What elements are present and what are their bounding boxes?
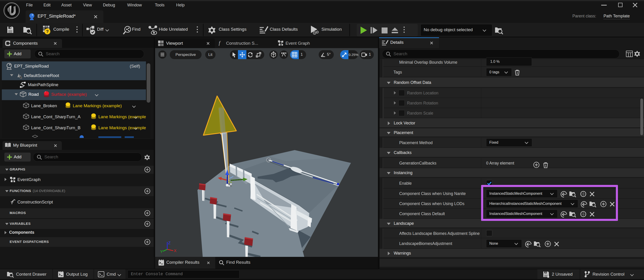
svg-text:X: X [174,249,176,253]
svg-text:Z: Z [168,241,170,245]
svg-text:Y: Y [160,249,163,254]
svg-text:?: ? [46,29,49,34]
